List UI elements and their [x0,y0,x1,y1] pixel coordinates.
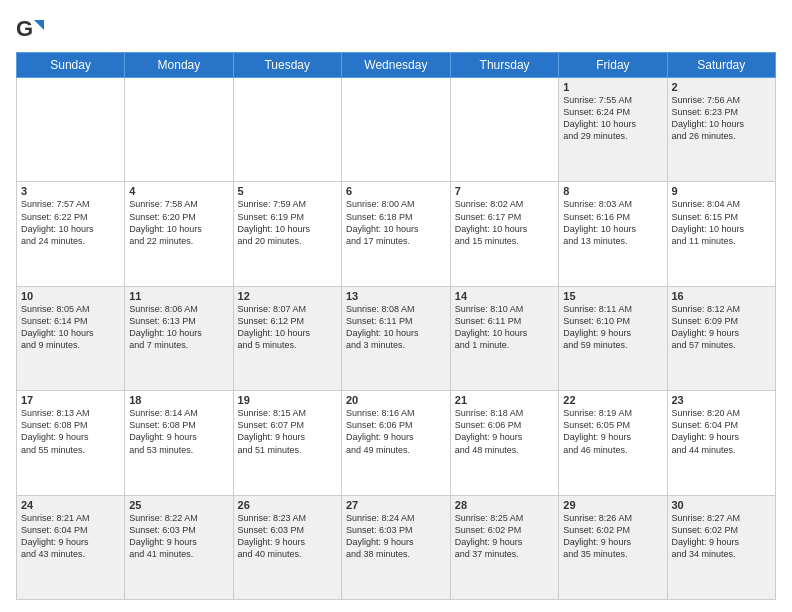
day-info: Sunrise: 8:19 AM Sunset: 6:05 PM Dayligh… [563,407,662,456]
calendar-cell: 13Sunrise: 8:08 AM Sunset: 6:11 PM Dayli… [341,286,450,390]
day-info: Sunrise: 8:15 AM Sunset: 6:07 PM Dayligh… [238,407,337,456]
day-number: 16 [672,290,772,302]
day-number: 13 [346,290,446,302]
day-info: Sunrise: 8:12 AM Sunset: 6:09 PM Dayligh… [672,303,772,352]
calendar-cell [125,78,233,182]
day-number: 26 [238,499,337,511]
header: G [16,12,776,44]
day-info: Sunrise: 8:25 AM Sunset: 6:02 PM Dayligh… [455,512,555,561]
week-row-5: 24Sunrise: 8:21 AM Sunset: 6:04 PM Dayli… [17,495,776,599]
day-info: Sunrise: 8:10 AM Sunset: 6:11 PM Dayligh… [455,303,555,352]
calendar-cell [341,78,450,182]
day-info: Sunrise: 8:07 AM Sunset: 6:12 PM Dayligh… [238,303,337,352]
day-number: 12 [238,290,337,302]
calendar-cell: 29Sunrise: 8:26 AM Sunset: 6:02 PM Dayli… [559,495,667,599]
calendar-cell: 5Sunrise: 7:59 AM Sunset: 6:19 PM Daylig… [233,182,341,286]
day-info: Sunrise: 7:57 AM Sunset: 6:22 PM Dayligh… [21,198,120,247]
day-info: Sunrise: 8:08 AM Sunset: 6:11 PM Dayligh… [346,303,446,352]
calendar-cell: 8Sunrise: 8:03 AM Sunset: 6:16 PM Daylig… [559,182,667,286]
svg-text:G: G [16,16,33,41]
col-header-friday: Friday [559,53,667,78]
calendar-cell: 10Sunrise: 8:05 AM Sunset: 6:14 PM Dayli… [17,286,125,390]
calendar-cell: 23Sunrise: 8:20 AM Sunset: 6:04 PM Dayli… [667,391,776,495]
calendar-cell: 30Sunrise: 8:27 AM Sunset: 6:02 PM Dayli… [667,495,776,599]
day-number: 6 [346,185,446,197]
day-info: Sunrise: 8:24 AM Sunset: 6:03 PM Dayligh… [346,512,446,561]
day-number: 2 [672,81,772,93]
day-number: 11 [129,290,228,302]
logo: G [16,16,48,44]
col-header-wednesday: Wednesday [341,53,450,78]
calendar-cell: 25Sunrise: 8:22 AM Sunset: 6:03 PM Dayli… [125,495,233,599]
day-number: 29 [563,499,662,511]
day-info: Sunrise: 8:23 AM Sunset: 6:03 PM Dayligh… [238,512,337,561]
day-info: Sunrise: 7:55 AM Sunset: 6:24 PM Dayligh… [563,94,662,143]
day-number: 22 [563,394,662,406]
calendar-cell: 14Sunrise: 8:10 AM Sunset: 6:11 PM Dayli… [450,286,559,390]
calendar-cell [17,78,125,182]
day-number: 9 [672,185,772,197]
col-header-tuesday: Tuesday [233,53,341,78]
day-info: Sunrise: 8:11 AM Sunset: 6:10 PM Dayligh… [563,303,662,352]
day-info: Sunrise: 8:18 AM Sunset: 6:06 PM Dayligh… [455,407,555,456]
day-info: Sunrise: 8:20 AM Sunset: 6:04 PM Dayligh… [672,407,772,456]
day-info: Sunrise: 8:03 AM Sunset: 6:16 PM Dayligh… [563,198,662,247]
day-number: 14 [455,290,555,302]
day-info: Sunrise: 8:00 AM Sunset: 6:18 PM Dayligh… [346,198,446,247]
calendar-cell: 3Sunrise: 7:57 AM Sunset: 6:22 PM Daylig… [17,182,125,286]
calendar-cell: 1Sunrise: 7:55 AM Sunset: 6:24 PM Daylig… [559,78,667,182]
calendar: SundayMondayTuesdayWednesdayThursdayFrid… [16,52,776,600]
day-number: 28 [455,499,555,511]
day-number: 18 [129,394,228,406]
calendar-header-row: SundayMondayTuesdayWednesdayThursdayFrid… [17,53,776,78]
calendar-cell: 26Sunrise: 8:23 AM Sunset: 6:03 PM Dayli… [233,495,341,599]
day-number: 27 [346,499,446,511]
calendar-cell: 9Sunrise: 8:04 AM Sunset: 6:15 PM Daylig… [667,182,776,286]
col-header-saturday: Saturday [667,53,776,78]
day-number: 7 [455,185,555,197]
day-number: 1 [563,81,662,93]
page: G SundayMondayTuesdayWednesdayThursdayFr… [0,0,792,612]
calendar-cell: 17Sunrise: 8:13 AM Sunset: 6:08 PM Dayli… [17,391,125,495]
col-header-thursday: Thursday [450,53,559,78]
calendar-cell [233,78,341,182]
calendar-cell: 27Sunrise: 8:24 AM Sunset: 6:03 PM Dayli… [341,495,450,599]
week-row-2: 3Sunrise: 7:57 AM Sunset: 6:22 PM Daylig… [17,182,776,286]
calendar-cell: 28Sunrise: 8:25 AM Sunset: 6:02 PM Dayli… [450,495,559,599]
calendar-cell [450,78,559,182]
day-info: Sunrise: 8:22 AM Sunset: 6:03 PM Dayligh… [129,512,228,561]
day-info: Sunrise: 8:27 AM Sunset: 6:02 PM Dayligh… [672,512,772,561]
day-number: 24 [21,499,120,511]
day-number: 30 [672,499,772,511]
day-info: Sunrise: 8:16 AM Sunset: 6:06 PM Dayligh… [346,407,446,456]
day-number: 10 [21,290,120,302]
calendar-cell: 6Sunrise: 8:00 AM Sunset: 6:18 PM Daylig… [341,182,450,286]
week-row-4: 17Sunrise: 8:13 AM Sunset: 6:08 PM Dayli… [17,391,776,495]
svg-marker-1 [34,20,44,30]
calendar-cell: 18Sunrise: 8:14 AM Sunset: 6:08 PM Dayli… [125,391,233,495]
week-row-1: 1Sunrise: 7:55 AM Sunset: 6:24 PM Daylig… [17,78,776,182]
day-info: Sunrise: 7:59 AM Sunset: 6:19 PM Dayligh… [238,198,337,247]
calendar-cell: 11Sunrise: 8:06 AM Sunset: 6:13 PM Dayli… [125,286,233,390]
day-number: 8 [563,185,662,197]
day-number: 25 [129,499,228,511]
calendar-cell: 22Sunrise: 8:19 AM Sunset: 6:05 PM Dayli… [559,391,667,495]
calendar-cell: 16Sunrise: 8:12 AM Sunset: 6:09 PM Dayli… [667,286,776,390]
day-number: 3 [21,185,120,197]
day-number: 4 [129,185,228,197]
week-row-3: 10Sunrise: 8:05 AM Sunset: 6:14 PM Dayli… [17,286,776,390]
calendar-cell: 24Sunrise: 8:21 AM Sunset: 6:04 PM Dayli… [17,495,125,599]
calendar-cell: 21Sunrise: 8:18 AM Sunset: 6:06 PM Dayli… [450,391,559,495]
day-info: Sunrise: 8:14 AM Sunset: 6:08 PM Dayligh… [129,407,228,456]
day-info: Sunrise: 8:13 AM Sunset: 6:08 PM Dayligh… [21,407,120,456]
calendar-cell: 19Sunrise: 8:15 AM Sunset: 6:07 PM Dayli… [233,391,341,495]
day-number: 21 [455,394,555,406]
logo-icon: G [16,16,44,44]
day-number: 17 [21,394,120,406]
day-info: Sunrise: 8:21 AM Sunset: 6:04 PM Dayligh… [21,512,120,561]
day-info: Sunrise: 8:26 AM Sunset: 6:02 PM Dayligh… [563,512,662,561]
calendar-cell: 20Sunrise: 8:16 AM Sunset: 6:06 PM Dayli… [341,391,450,495]
col-header-sunday: Sunday [17,53,125,78]
calendar-cell: 15Sunrise: 8:11 AM Sunset: 6:10 PM Dayli… [559,286,667,390]
calendar-cell: 2Sunrise: 7:56 AM Sunset: 6:23 PM Daylig… [667,78,776,182]
